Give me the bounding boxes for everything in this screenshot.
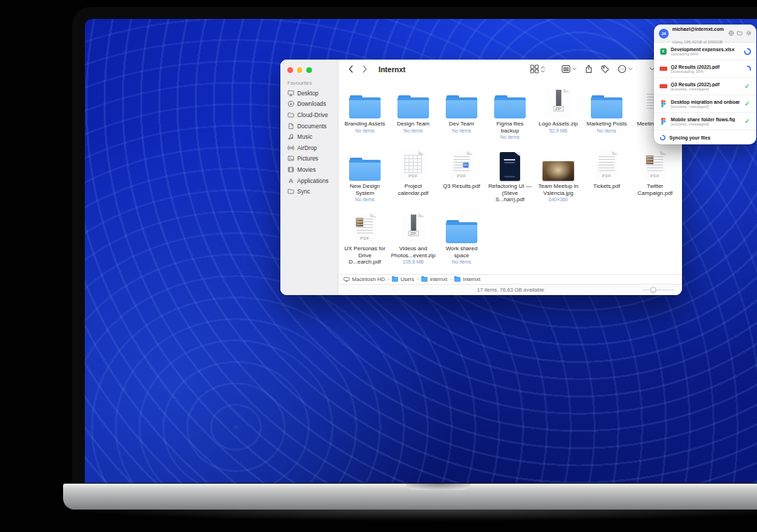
folder-icon (349, 95, 381, 118)
sidebar-item-desktop[interactable]: Desktop (285, 88, 336, 99)
pdf-file-icon: PDF (402, 151, 425, 181)
pdf-file-icon: PDF (353, 213, 376, 243)
more-options-button[interactable] (618, 64, 633, 74)
sidebar-item-downloads[interactable]: Downloads (285, 99, 336, 110)
back-button[interactable] (346, 65, 355, 73)
file-item-figma-files-backup[interactable]: Figma files backup No items (486, 85, 534, 147)
macbook-mockup: Favourites Desktop Downloads Cloud-Drive (0, 0, 757, 532)
share-icon (585, 64, 593, 74)
breadcrumb-users[interactable]: Users (392, 276, 414, 282)
account-email: michael@internxt.com (672, 27, 724, 32)
file-item-branding-assets[interactable]: Branding Assets No items (341, 85, 389, 147)
file-item-logo-assets-zip[interactable]: ZIP Logo Assets.zip 52,9 MB (534, 85, 582, 147)
checkmark-icon: ✓ (744, 118, 750, 125)
file-item-tickets-pdf[interactable]: PDF Tickets.pdf (582, 147, 631, 210)
pdf-file-icon (660, 84, 667, 88)
share-button[interactable] (585, 64, 593, 74)
status-bar: 17 items, 76,63 GB available (339, 284, 682, 295)
excel-file-icon: X (660, 48, 667, 55)
file-item-ux-personas-pdf[interactable]: PDF UX Personas for Drive D...earch.pdf (341, 210, 389, 272)
sidebar-item-pictures[interactable]: Pictures (285, 154, 336, 165)
file-item-dev-team[interactable]: Dev Team No items (437, 85, 486, 147)
file-item-q3-results-pdf[interactable]: PDF Q3 Results.pdf (437, 147, 486, 210)
file-item-marketing-posts[interactable]: Marketing Posts No items (582, 85, 631, 147)
breadcrumb-separator: › (417, 277, 418, 282)
avatar: JA (659, 29, 669, 39)
file-grid: Branding Assets No items Design Team No … (341, 79, 682, 274)
pdf-file-icon: PDF (450, 151, 473, 181)
gear-icon[interactable] (746, 30, 752, 36)
breadcrumb-macintosh-hd[interactable]: Macintosh HD (343, 276, 385, 282)
sidebar-item-cloud-drive[interactable]: Cloud-Drive (285, 109, 336, 121)
laptop-screen-wallpaper: Favourites Desktop Downloads Cloud-Drive (85, 19, 757, 483)
sidebar-list: Desktop Downloads Cloud-Drive Documents (285, 88, 336, 197)
sidebar-item-movies[interactable]: Movies (285, 164, 336, 175)
breadcrumb-internxt-user[interactable]: internxt (421, 276, 447, 282)
popup-header: JA michael@internxt.com Using 195,42GB o… (654, 25, 756, 43)
popup-footer: Syncing your files (654, 130, 756, 144)
sync-item-mobile-share-flows[interactable]: Mobile share folder flows.fig [success, … (654, 113, 756, 130)
download-circle-icon (287, 100, 294, 107)
picture-icon (287, 155, 294, 162)
sync-item-q2-results[interactable]: Q2 Results (2022).pdf Downloading 35% (654, 60, 756, 78)
file-item-design-team[interactable]: Design Team No items (389, 85, 437, 147)
sidebar-item-applications[interactable]: A Applications (285, 175, 336, 186)
account-info: michael@internxt.com Using 195,42GB of 2… (672, 21, 725, 46)
photo-block (356, 218, 363, 226)
sync-item-q3-results[interactable]: Q3 Results (2022).pdf [success, messaged… (654, 78, 756, 95)
file-item-project-calendar-pdf[interactable]: PDF Project calendar.pdf (389, 147, 437, 210)
book-cover-icon (500, 152, 520, 181)
sync-item-desktop-migration[interactable]: Desktop migration and onboardi... [succe… (654, 95, 756, 113)
minimize-button[interactable] (297, 67, 303, 73)
sidebar-item-music[interactable]: Music (285, 131, 336, 142)
sort-stepper-icon (540, 65, 545, 74)
globe-icon[interactable] (728, 30, 735, 36)
tag-icon (601, 64, 610, 74)
file-item-work-shared-space[interactable]: Work shared space No items (437, 210, 486, 272)
group-view-icon (561, 64, 571, 74)
syncing-spinner-icon (660, 135, 666, 141)
music-note-icon (287, 133, 294, 140)
zip-file-icon: ZIP (547, 88, 570, 118)
tag-button[interactable] (601, 64, 610, 74)
airdrop-icon (287, 144, 294, 151)
breadcrumb: Macintosh HD › Users › internxt › (339, 274, 682, 284)
chevron-down-icon (628, 67, 633, 71)
view-grid-button[interactable] (530, 64, 545, 74)
folder-icon (494, 95, 526, 118)
forward-button[interactable] (360, 65, 369, 73)
finder-main: Internxt (339, 60, 682, 295)
file-item-videos-photos-zip[interactable]: ZIP Videos and Photos...event.zip 105,8 … (389, 210, 437, 272)
photo-thumbnail-icon (543, 161, 574, 181)
file-item-refactoring-ui-pdf[interactable]: Refactoring UI — (Steve S...han).pdf (486, 147, 534, 210)
progress-spinner-icon (744, 48, 751, 55)
pdf-file-icon: PDF (643, 151, 667, 181)
progress-spinner-icon (744, 65, 751, 73)
icon-size-slider[interactable] (643, 289, 675, 291)
folder-icon (397, 95, 429, 118)
storage-usage: Using 195,42GB of 2000GB (672, 40, 723, 44)
laptop-shadow (77, 510, 757, 521)
zip-file-icon: ZIP (402, 213, 425, 243)
folder-icon[interactable] (737, 30, 743, 36)
file-item-twitter-campaign-pdf[interactable]: PDF Twitter Campaign.pdf (631, 147, 679, 210)
sidebar-item-airdrop[interactable]: AirDrop (285, 142, 336, 154)
applications-icon: A (287, 177, 294, 184)
chevron-right-icon (362, 65, 367, 73)
finder-sidebar: Favourites Desktop Downloads Cloud-Drive (280, 60, 339, 295)
group-view-button[interactable] (561, 64, 577, 74)
file-item-new-design-system[interactable]: New Design System No items (341, 147, 389, 210)
sidebar-item-documents[interactable]: Documents (285, 121, 336, 132)
breadcrumb-internxt-folder[interactable]: Internxt (454, 276, 480, 282)
file-item-team-meetup-jpg[interactable]: Team Meetup in Vslencia.jpg 640×360 (534, 147, 582, 210)
slider-knob[interactable] (650, 287, 656, 293)
folder-icon (446, 95, 477, 118)
pdf-file-icon (660, 67, 667, 71)
folder-icon (287, 111, 294, 118)
zoom-button[interactable] (306, 67, 312, 73)
sidebar-item-sync[interactable]: Sync (285, 186, 336, 197)
chevron-left-icon (348, 65, 353, 73)
figma-file-icon (661, 118, 666, 125)
folder-icon (349, 158, 381, 181)
close-button[interactable] (287, 67, 293, 73)
